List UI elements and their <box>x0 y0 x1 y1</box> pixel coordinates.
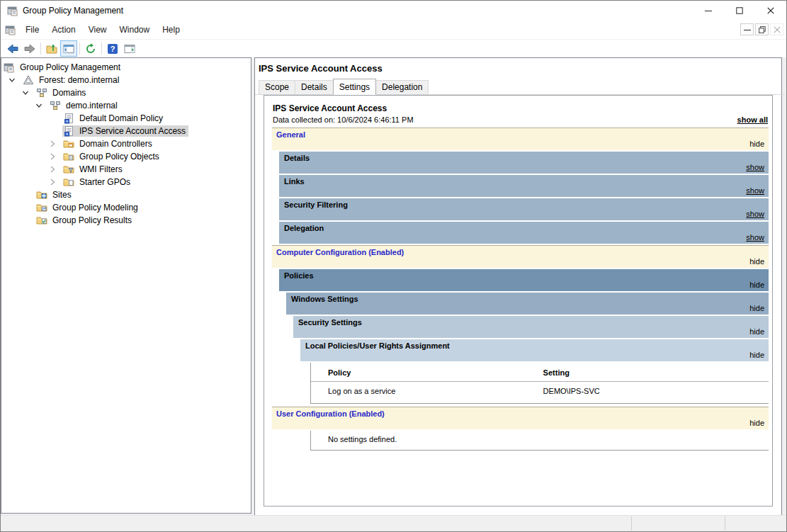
child-close-button[interactable] <box>770 23 783 35</box>
subsection-details: Detailsshow <box>279 152 769 174</box>
tree-item-default-domain-policy[interactable]: Default Domain Policy <box>1 112 251 125</box>
hide-link[interactable]: hide <box>749 281 764 289</box>
menu-file[interactable]: File <box>19 22 45 38</box>
tree-item-wmi-filters[interactable]: WMI Filters <box>1 163 251 176</box>
status-bar <box>1 515 786 531</box>
section-title: Details <box>279 152 769 163</box>
console-tree-pane: Group Policy ManagementForest: demo.inte… <box>1 57 251 514</box>
show-link[interactable]: show <box>746 163 764 171</box>
tab-details[interactable]: Details <box>295 80 334 95</box>
maximize-button[interactable] <box>724 1 755 21</box>
up-one-level-button[interactable] <box>43 40 60 57</box>
tree-item-label: Sites <box>50 189 74 200</box>
show-console-tree-icon <box>62 43 75 55</box>
child-minimize-button[interactable] <box>740 23 754 35</box>
tree-item-label: Domains <box>50 87 88 98</box>
gpo-icon <box>63 113 74 124</box>
tree-item-group-policy-modeling[interactable]: Group Policy Modeling <box>1 201 251 214</box>
table-header-setting: Setting <box>526 363 769 382</box>
no-settings-note: No settings defined. <box>310 431 769 451</box>
policy-settings-table: PolicySettingLog on as a serviceDEMO\IPS… <box>310 363 769 404</box>
show-link[interactable]: show <box>746 233 764 242</box>
toolbar-separator <box>40 43 41 55</box>
close-button[interactable] <box>755 1 786 21</box>
hide-link[interactable]: hide <box>749 419 764 427</box>
tab-delegation[interactable]: Delegation <box>375 80 429 95</box>
subsection-security-settings: Security Settingshide <box>293 316 769 338</box>
forward-button[interactable] <box>21 40 38 57</box>
back-button[interactable] <box>4 40 21 57</box>
chevron-placeholder <box>21 203 35 213</box>
menu-items: FileActionViewWindowHelp <box>19 22 186 38</box>
table-cell: DEMO\IPS-SVC <box>526 382 769 404</box>
tree-item-domain-controllers[interactable]: Domain Controllers <box>1 137 251 150</box>
subsection-policies: Policieshide <box>279 269 769 291</box>
tree-item-group-policy-objects[interactable]: Group Policy Objects <box>1 150 251 163</box>
menu-window[interactable]: Window <box>113 22 157 38</box>
hide-link[interactable]: hide <box>749 257 764 266</box>
chevron-placeholder <box>21 190 35 200</box>
show-link[interactable]: show <box>746 186 764 195</box>
show-link[interactable]: show <box>746 210 764 218</box>
section-title: Links <box>279 175 769 186</box>
show-action-pane-button[interactable] <box>121 40 138 57</box>
section-title: Local Policies/User Rights Assignment <box>300 339 769 351</box>
child-restore-button[interactable] <box>755 23 769 35</box>
chevron-placeholder <box>48 113 62 123</box>
pane-title: IPS Service Account Access <box>259 63 781 74</box>
chevron-collapsed-icon[interactable] <box>48 139 62 149</box>
tree-item-label: demo.internal <box>64 100 120 111</box>
subsection-windows-settings: Windows Settingshide <box>286 293 769 315</box>
tree-item-ips-service-account-access[interactable]: IPS Service Account Access <box>1 125 251 137</box>
tree-item-group-policy-management[interactable]: Group Policy Management <box>1 61 251 74</box>
chevron-collapsed-icon[interactable] <box>48 177 62 187</box>
menu-help[interactable]: Help <box>156 22 186 38</box>
menu-view[interactable]: View <box>82 22 113 38</box>
child-window-controls <box>740 23 783 35</box>
toolbar-separator <box>79 43 80 55</box>
chevron-expanded-icon[interactable] <box>21 88 35 98</box>
refresh-icon <box>84 43 97 55</box>
domains-icon <box>36 87 47 98</box>
modeling-icon <box>36 202 47 213</box>
show-console-tree-button[interactable] <box>60 40 77 57</box>
main-area: Group Policy ManagementForest: demo.inte… <box>1 57 786 516</box>
chevron-expanded-icon[interactable] <box>8 75 22 85</box>
chevron-expanded-icon[interactable] <box>35 101 49 111</box>
hide-link[interactable]: hide <box>749 304 764 312</box>
show-all-link[interactable]: show all <box>737 115 768 124</box>
tree-item-starter-gpos[interactable]: Starter GPOs <box>1 176 251 188</box>
report-sections: GeneralhideDetailsshowLinksshowSecurity … <box>272 128 769 451</box>
tree-item-label: WMI Filters <box>77 164 125 175</box>
subsection-links: Linksshow <box>279 175 769 197</box>
table-cell: Log on as a service <box>311 382 526 404</box>
minimize-button[interactable] <box>693 1 724 21</box>
chevron-collapsed-icon[interactable] <box>48 164 62 174</box>
ou-folder-icon <box>63 138 74 149</box>
tab-settings[interactable]: Settings <box>333 79 376 95</box>
hide-link[interactable]: hide <box>749 351 764 359</box>
tree-item-demo-internal[interactable]: demo.internal <box>1 99 251 112</box>
title-bar: Group Policy Management <box>1 1 786 21</box>
section-title: Computer Configuration (Enabled) <box>272 246 769 257</box>
tree-item-sites[interactable]: Sites <box>1 188 251 201</box>
tab-bar: ScopeDetailsSettingsDelegation <box>259 79 781 95</box>
section-computer-configuration-enabled-: Computer Configuration (Enabled)hide <box>272 245 769 268</box>
section-title: Security Settings <box>293 316 769 327</box>
tree-item-forest-demo-internal[interactable]: Forest: demo.internal <box>1 74 251 86</box>
help-icon: ? <box>106 43 119 55</box>
tree-item-label: Group Policy Modeling <box>50 202 140 213</box>
help-button[interactable]: ? <box>104 40 121 57</box>
hide-link[interactable]: hide <box>749 327 764 336</box>
chevron-placeholder <box>21 215 35 225</box>
status-separator <box>631 516 632 531</box>
tree-item-domains[interactable]: Domains <box>1 86 251 99</box>
close-icon <box>767 4 774 17</box>
chevron-collapsed-icon[interactable] <box>48 152 62 162</box>
hide-link[interactable]: hide <box>749 140 764 148</box>
tab-scope[interactable]: Scope <box>259 80 295 95</box>
subsection-security-filtering: Security Filteringshow <box>279 198 769 220</box>
refresh-button[interactable] <box>82 40 99 57</box>
menu-action[interactable]: Action <box>45 22 81 38</box>
tree-item-group-policy-results[interactable]: Group Policy Results <box>1 214 251 227</box>
